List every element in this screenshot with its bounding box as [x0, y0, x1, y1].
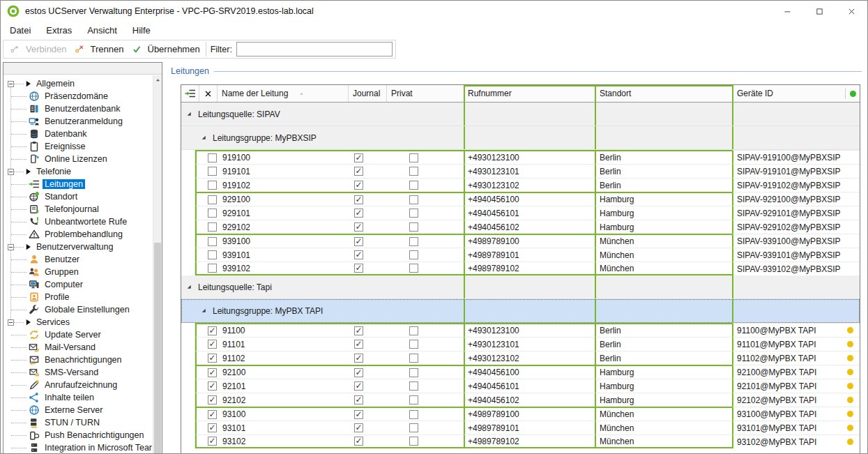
journal-checkbox[interactable] — [354, 326, 363, 335]
table-row[interactable]: 929100 +4940456100 Hamburg SIPAV-929100@… — [181, 192, 860, 206]
sidebar-item-benachrichtigungen[interactable]: Benachrichtigungen — [3, 354, 162, 366]
apply-button[interactable]: Übernehmen — [128, 42, 204, 56]
line-select-checkbox[interactable] — [208, 423, 217, 432]
line-select-checkbox[interactable] — [208, 237, 217, 246]
line-source-group-row[interactable]: Leitungsquelle: SIPAV — [181, 103, 860, 126]
line-select-checkbox[interactable] — [208, 340, 217, 349]
sidebar-item-leitungen[interactable]: Leitungen — [3, 178, 162, 190]
sidebar-item-datenbank[interactable]: Datenbank — [3, 128, 162, 140]
sidebar-item-stun-turn[interactable]: STUN / TURN — [3, 416, 162, 429]
journal-checkbox[interactable] — [354, 209, 363, 218]
sidebar-item-integration-in-microsoft-tear[interactable]: Integration in Microsoft Tear — [3, 441, 162, 454]
privat-checkbox[interactable] — [409, 395, 418, 404]
line-select-checkbox[interactable] — [208, 250, 217, 259]
table-row[interactable]: 93101 +4989789101 München 93101@MyPBX TA… — [181, 421, 860, 434]
journal-checkbox[interactable] — [354, 437, 363, 446]
line-select-checkbox[interactable] — [208, 437, 217, 446]
table-row[interactable]: 91100 +4930123100 Berlin 91100@MyPBX TAP… — [181, 323, 860, 337]
journal-checkbox[interactable] — [354, 264, 363, 273]
sidebar-item-standort[interactable]: Standort — [3, 190, 162, 203]
sidebar-item-präsenzdomäne[interactable]: Präsenzdomäne — [3, 90, 162, 103]
line-select-checkbox[interactable] — [208, 195, 217, 204]
line-select-checkbox[interactable] — [208, 264, 217, 273]
sidebar-item-mail-versand[interactable]: Mail-Versand — [3, 341, 162, 354]
disconnect-button[interactable]: Trennen — [71, 42, 128, 56]
line-select-checkbox[interactable] — [208, 368, 217, 377]
sidebar-item-computer[interactable]: Computer — [3, 278, 162, 291]
sidebar-item-online-lizenzen[interactable]: Online Lizenzen — [3, 153, 162, 165]
sidebar-item-ereignisse[interactable]: Ereignisse — [3, 140, 162, 153]
sidebar-item-telefonie[interactable]: Telefonie — [3, 165, 162, 178]
journal-checkbox[interactable] — [354, 340, 363, 349]
privat-checkbox[interactable] — [409, 181, 418, 190]
sidebar-item-globale-einstellungen[interactable]: Globale Einstellungen — [3, 303, 162, 316]
menu-datei[interactable]: Datei — [2, 23, 38, 38]
line-select-checkbox[interactable] — [208, 381, 217, 391]
sidebar-item-push-benachrichtigungen[interactable]: Push Benachrichtigungen — [3, 429, 162, 441]
table-row[interactable]: 919101 +4930123101 Berlin SIPAV-919101@M… — [181, 164, 860, 178]
scrollbar-thumb[interactable] — [154, 243, 161, 454]
sidebar-item-services[interactable]: Services — [3, 316, 162, 328]
table-row[interactable]: 929102 +4940456102 Hamburg SIPAV-929102@… — [181, 220, 860, 234]
journal-checkbox[interactable] — [354, 368, 363, 377]
sidebar-item-allgemein[interactable]: Allgemein — [3, 77, 162, 90]
menu-extras[interactable]: Extras — [38, 23, 79, 38]
sidebar-item-telefonjournal[interactable]: Telefonjournal — [3, 203, 162, 215]
journal-checkbox[interactable] — [354, 181, 363, 190]
privat-checkbox[interactable] — [409, 410, 418, 419]
column-header-journal[interactable]: Journal — [349, 85, 387, 102]
table-row[interactable]: 92102 +4940456102 Hamburg 92102@MyPBX TA… — [181, 393, 860, 407]
table-row[interactable]: 93102 +4989789102 München 93102@MyPBX TA… — [181, 434, 860, 448]
privat-checkbox[interactable] — [409, 237, 418, 246]
privat-checkbox[interactable] — [409, 195, 418, 204]
sidebar-item-inhalte-teilen[interactable]: Inhalte teilen — [3, 391, 162, 404]
journal-checkbox[interactable] — [354, 381, 363, 391]
sidebar-item-anrufaufzeichnung[interactable]: Anrufaufzeichnung — [3, 379, 162, 391]
line-group-row[interactable]: Leitungsgruppe: MyPBXSIP — [181, 126, 860, 150]
line-select-checkbox[interactable] — [208, 222, 217, 232]
table-row[interactable]: 91101 +4930123101 Berlin 91101@MyPBX TAP… — [181, 337, 860, 351]
journal-checkbox[interactable] — [354, 395, 363, 404]
line-select-checkbox[interactable] — [208, 167, 217, 176]
line-source-group-row[interactable]: Leitungsquelle: Tapi — [181, 275, 860, 299]
header-lines-button[interactable] — [181, 85, 199, 102]
sidebar-item-sms-versand[interactable]: SMS-Versand — [3, 366, 162, 379]
journal-checkbox[interactable] — [354, 222, 363, 232]
privat-checkbox[interactable] — [409, 222, 418, 232]
menu-ansicht[interactable]: Ansicht — [79, 23, 125, 38]
close-button[interactable] — [835, 1, 867, 22]
sidebar-item-benutzeranmeldung[interactable]: Benutzeranmeldung — [3, 115, 162, 128]
privat-checkbox[interactable] — [409, 368, 418, 377]
privat-checkbox[interactable] — [409, 167, 418, 176]
collapse-box-icon[interactable] — [8, 81, 14, 87]
privat-checkbox[interactable] — [409, 326, 418, 335]
column-header-standort[interactable]: Standort — [595, 85, 732, 102]
privat-checkbox[interactable] — [409, 354, 418, 363]
line-select-checkbox[interactable] — [208, 209, 217, 218]
collapse-box-icon[interactable] — [8, 244, 14, 250]
line-select-checkbox[interactable] — [208, 181, 217, 190]
sidebar-item-externe-server[interactable]: Externe Server — [3, 404, 162, 416]
group-expander-icon[interactable] — [201, 308, 207, 314]
column-header-name[interactable]: Name der Leitung — [218, 85, 349, 102]
line-group-row[interactable]: Leitungsgruppe: MyPBX TAPI — [181, 299, 860, 323]
line-select-checkbox[interactable] — [208, 354, 217, 363]
maximize-button[interactable] — [803, 1, 835, 22]
journal-checkbox[interactable] — [354, 250, 363, 259]
sidebar-item-unbeantwortete-rufe[interactable]: Unbeantwortete Rufe — [3, 215, 162, 228]
sidebar-scrollbar[interactable] — [153, 75, 162, 454]
collapse-box-icon[interactable] — [8, 169, 14, 175]
collapse-box-icon[interactable] — [8, 319, 14, 326]
group-expander-icon[interactable] — [186, 111, 192, 117]
sidebar-item-benutzerdatenbank[interactable]: Benutzerdatenbank — [3, 103, 162, 115]
sidebar-item-gruppen[interactable]: Gruppen — [3, 266, 162, 278]
table-row[interactable]: 92100 +4940456100 Hamburg 92100@MyPBX TA… — [181, 365, 860, 379]
privat-checkbox[interactable] — [409, 340, 418, 349]
privat-checkbox[interactable] — [409, 423, 418, 432]
filter-input[interactable] — [236, 42, 393, 56]
connect-button[interactable]: Verbinden — [6, 42, 71, 56]
sidebar-item-update-server[interactable]: Update Server — [3, 328, 162, 341]
table-row[interactable]: 919102 +4930123102 Berlin SIPAV-919102@M… — [181, 178, 860, 192]
table-row[interactable]: 91102 +4930123102 Berlin 91102@MyPBX TAP… — [181, 351, 860, 365]
group-expander-icon[interactable] — [186, 284, 192, 290]
